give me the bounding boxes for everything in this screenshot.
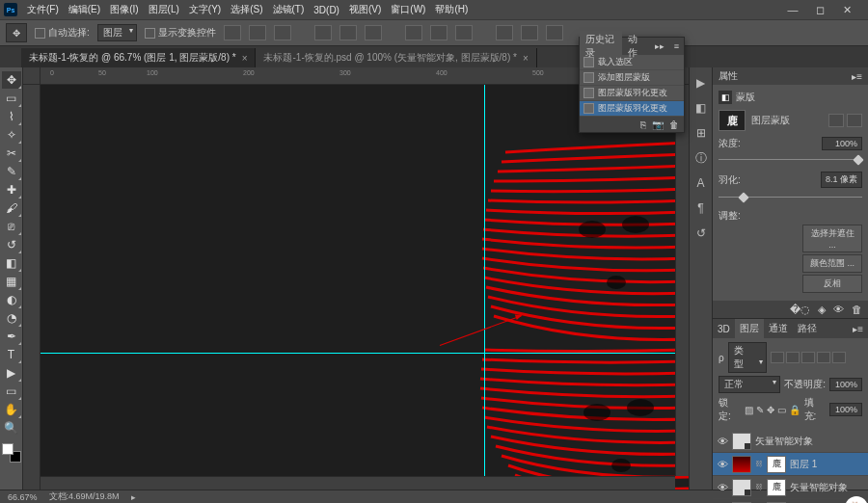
distribute-icon[interactable] <box>455 25 473 40</box>
blend-mode[interactable]: 正常 <box>719 376 780 393</box>
menu-file[interactable]: 文件(F) <box>23 1 63 18</box>
distribute-icon[interactable] <box>365 25 382 40</box>
visibility-icon[interactable]: 👁 <box>717 436 728 447</box>
menu-select[interactable]: 选择(S) <box>227 1 266 18</box>
hand-tool[interactable]: ✋ <box>2 401 21 418</box>
menu-edit[interactable]: 编辑(E) <box>65 1 104 18</box>
filter-adjust-icon[interactable] <box>786 352 800 363</box>
menu-filter[interactable]: 滤镜(T) <box>269 1 309 18</box>
mask-thumbnail[interactable]: 鹿 <box>767 456 786 473</box>
history-panel[interactable]: 历史记录 动作 ▸▸ ≡ 载入选区 添加图层蒙版 图层蒙版羽化更改 图层蒙版羽化… <box>579 37 685 133</box>
tab-close-icon[interactable]: × <box>242 53 248 64</box>
maximize-button[interactable]: ◻ <box>810 4 829 16</box>
menu-help[interactable]: 帮助(H) <box>431 1 472 18</box>
distribute-icon[interactable] <box>430 25 448 40</box>
apply-mask-icon[interactable]: ◈ <box>818 304 826 316</box>
panel-menu-icon[interactable]: ▸≡ <box>852 71 862 82</box>
layer-thumbnail[interactable] <box>732 433 751 450</box>
menu-3d[interactable]: 3D(D) <box>310 3 343 17</box>
tab-close-icon[interactable]: × <box>523 53 529 64</box>
color-icon[interactable]: ◧ <box>693 100 709 116</box>
mask-type-icons[interactable] <box>828 114 862 127</box>
play-icon[interactable]: ▶ <box>693 75 709 91</box>
lock-position-icon[interactable]: ✥ <box>767 405 774 415</box>
guide-vertical[interactable] <box>484 85 485 490</box>
menu-window[interactable]: 窗口(W) <box>387 1 429 18</box>
layer-row[interactable]: 👁 ⛓ 鹿 图层 1 <box>713 453 868 476</box>
layer-row[interactable]: 👁 矢量智能对象 <box>713 430 868 453</box>
distribute-icon[interactable] <box>314 25 332 40</box>
history-icon[interactable]: ↺ <box>693 225 709 241</box>
document-tab[interactable]: 未标题-1-恢复的 @ 66.7% (图层 1, 图层蒙版/8) * × <box>21 48 256 67</box>
dodge-tool[interactable]: ◔ <box>2 309 21 327</box>
panel-collapse-icon[interactable]: ▸▸ <box>650 41 669 51</box>
char-icon[interactable]: A <box>693 175 709 191</box>
menu-view[interactable]: 视图(V) <box>345 1 385 18</box>
disable-mask-icon[interactable]: 👁 <box>833 304 844 315</box>
lock-all-icon[interactable]: 🔒 <box>789 405 800 415</box>
delete-mask-icon[interactable]: 🗑 <box>852 304 862 315</box>
opacity-value[interactable]: 100% <box>829 378 862 391</box>
stamp-tool[interactable]: ⎚ <box>2 218 21 235</box>
mask-thumbnail[interactable]: 鹿 <box>767 479 786 496</box>
menu-image[interactable]: 图像(I) <box>106 1 142 18</box>
filter-type-icon[interactable] <box>801 352 815 363</box>
3d-mode-icon[interactable] <box>496 25 513 40</box>
zoom-value[interactable]: 66.67% <box>8 492 38 502</box>
visibility-icon[interactable]: 👁 <box>717 459 728 470</box>
auto-select-check[interactable]: 自动选择: <box>35 26 90 40</box>
menu-type[interactable]: 文字(Y) <box>185 1 225 18</box>
eyedropper-tool[interactable]: ✎ <box>2 163 21 180</box>
guide-horizontal[interactable] <box>41 353 689 354</box>
blur-tool[interactable]: ◐ <box>2 291 21 308</box>
layer-name[interactable]: 矢量智能对象 <box>755 435 813 448</box>
zoom-tool[interactable]: 🔍 <box>2 419 21 437</box>
status-menu-icon[interactable]: ▸ <box>131 492 136 502</box>
new-doc-from-state-icon[interactable]: ⎘ <box>640 119 646 130</box>
properties-panel-header[interactable]: 属性 ▸≡ <box>713 67 868 85</box>
feather-value[interactable]: 8.1 像素 <box>821 172 862 188</box>
tab-channels[interactable]: 通道 <box>764 319 793 338</box>
scrollbar-vertical[interactable] <box>675 85 689 476</box>
filter-smart-icon[interactable] <box>832 352 846 363</box>
select-and-mask-button[interactable]: 选择并遮住 ... <box>802 225 862 252</box>
feather-slider[interactable] <box>719 194 862 201</box>
mask-link-icon[interactable]: ⛓ <box>755 460 763 468</box>
scrollbar-horizontal[interactable] <box>41 476 675 490</box>
distribute-icon[interactable] <box>405 25 422 40</box>
layer-name[interactable]: 矢量智能对象 <box>790 481 848 494</box>
lock-artboard-icon[interactable]: ▭ <box>777 405 786 415</box>
panel-menu-icon[interactable]: ≡ <box>669 41 684 51</box>
swatches-icon[interactable]: ⊞ <box>693 125 709 141</box>
auto-select-target[interactable]: 图层 <box>97 24 137 41</box>
gradient-tool[interactable]: ▦ <box>2 273 21 290</box>
filter-pixel-icon[interactable] <box>771 352 784 363</box>
3d-mode-icon[interactable] <box>521 25 538 40</box>
snapshot-icon[interactable]: 📷 <box>652 119 664 130</box>
layer-filter-kind[interactable]: 类型 <box>728 342 767 373</box>
paragraph-icon[interactable]: ¶ <box>693 200 709 216</box>
layer-name[interactable]: 图层 1 <box>790 458 817 471</box>
align-icon[interactable] <box>224 25 241 40</box>
tab-3d[interactable]: 3D <box>713 321 735 337</box>
density-value[interactable]: 100% <box>822 137 862 150</box>
distribute-icon[interactable] <box>339 25 357 40</box>
history-step[interactable]: 图层蒙版羽化更改 <box>580 101 684 117</box>
show-transform-check[interactable]: 显示变换控件 <box>145 26 216 40</box>
brush-tool[interactable]: 🖌 <box>2 199 21 217</box>
type-tool[interactable]: T <box>2 346 21 363</box>
magic-wand-tool[interactable]: ✧ <box>2 126 21 144</box>
align-icon[interactable] <box>274 25 291 40</box>
healing-tool[interactable]: ✚ <box>2 181 21 199</box>
current-tool-icon[interactable]: ✥ <box>6 23 27 42</box>
mask-link-icon[interactable]: ⛓ <box>755 483 763 491</box>
info-icon[interactable]: ⓘ <box>693 150 709 166</box>
minimize-button[interactable]: — <box>783 4 802 16</box>
layer-thumbnail[interactable] <box>732 479 751 496</box>
3d-mode-icon[interactable] <box>546 25 563 40</box>
invert-button[interactable]: 反相 <box>802 275 862 293</box>
filter-shape-icon[interactable] <box>817 352 830 363</box>
fill-value[interactable]: 100% <box>829 403 862 416</box>
document-canvas[interactable] <box>41 85 689 490</box>
history-step[interactable]: 添加图层蒙版 <box>580 70 684 86</box>
